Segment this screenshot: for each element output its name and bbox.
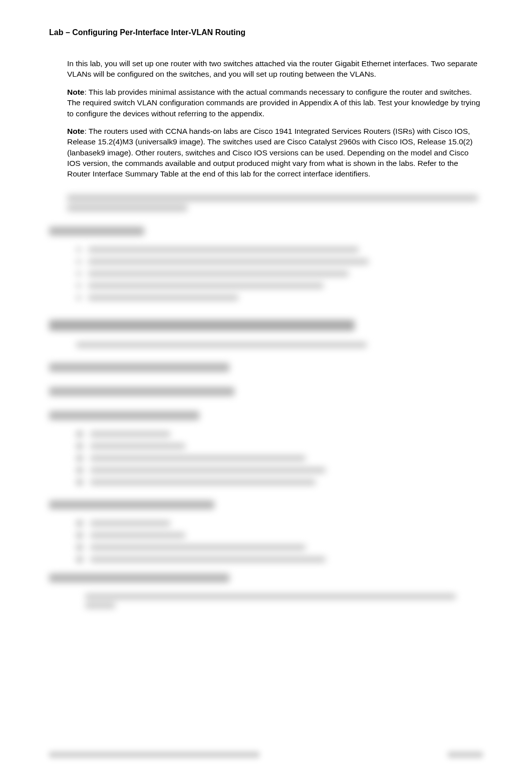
obscured-content [67,186,483,609]
page: Lab – Configuring Per-Interface Inter-VL… [0,0,532,780]
footer-right [448,751,483,758]
paragraph-intro: In this lab, you will set up one router … [67,58,483,80]
note-text-1: : This lab provides minimal assistance w… [67,88,480,118]
paragraph-note-2: Note: The routers used with CCNA hands-o… [67,126,483,179]
paragraph-note-1: Note: This lab provides minimal assistan… [67,87,483,119]
note-label-1: Note [67,88,84,96]
note-label-2: Note [67,127,84,135]
page-footer [49,751,483,758]
page-title: Lab – Configuring Per-Interface Inter-VL… [49,28,483,37]
footer-left [49,751,259,758]
note-text-2: : The routers used with CCNA hands-on la… [67,127,473,178]
body: In this lab, you will set up one router … [67,58,483,609]
